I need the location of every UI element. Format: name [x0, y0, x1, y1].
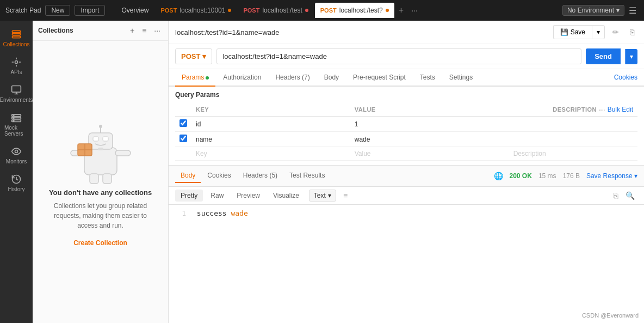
- main-area: Collections APIs Environments Mock Serve…: [0, 21, 644, 323]
- format-filter-button[interactable]: ≡: [340, 190, 350, 202]
- row-1-desc[interactable]: [509, 117, 637, 132]
- env-selector[interactable]: No Environment ▾: [562, 5, 624, 16]
- sidebar-item-history[interactable]: History: [2, 170, 30, 196]
- save-label: Save: [571, 28, 585, 36]
- save-dropdown-button[interactable]: ▾: [592, 25, 605, 39]
- request-panel: localhost:/test?id=1&name=wade 💾 Save ▾ …: [169, 21, 644, 323]
- params-table: KEY VALUE DESCRIPTION ··· Bulk Edit: [175, 103, 637, 161]
- mock-servers-icon: [10, 112, 22, 124]
- search-response-button[interactable]: 🔍: [623, 190, 637, 202]
- tab-add-button[interactable]: +: [395, 5, 407, 15]
- row-3-value-placeholder[interactable]: Value: [350, 147, 509, 161]
- tab-method-post2: POST: [243, 7, 259, 14]
- save-button-group: 💾 Save ▾: [553, 25, 605, 39]
- params-dot: [206, 76, 209, 80]
- bulk-edit-button[interactable]: Bulk Edit: [608, 106, 633, 113]
- empty-title: You don't have any collections: [49, 188, 152, 197]
- fmt-tab-pretty[interactable]: Pretty: [175, 190, 203, 202]
- sidebar-item-collections[interactable]: Collections: [2, 25, 30, 51]
- url-input[interactable]: [216, 48, 581, 64]
- tab-overview[interactable]: Overview: [116, 7, 154, 14]
- edit-button[interactable]: ✏: [609, 26, 622, 39]
- svg-point-17: [99, 125, 102, 128]
- url-display-bar: localhost:/test?id=1&name=wade 💾 Save ▾ …: [169, 21, 644, 44]
- params-section: Query Params KEY VALUE DESCRIPTION: [169, 87, 644, 165]
- row-2-desc[interactable]: [509, 132, 637, 147]
- format-select[interactable]: Text ▾: [309, 190, 336, 202]
- send-dropdown-button[interactable]: ▾: [625, 49, 637, 64]
- params-section-title: Query Params: [175, 91, 637, 99]
- sidebar-mock-label: Mock Servers: [4, 125, 28, 137]
- env-chevron: ▾: [616, 7, 620, 14]
- sidebar: Collections APIs Environments Mock Serve…: [0, 21, 33, 323]
- send-button[interactable]: Send: [586, 48, 621, 64]
- panel-title: Collections: [38, 27, 125, 34]
- format-icons: ⎘ 🔍: [611, 190, 637, 202]
- copy-response-button[interactable]: ⎘: [611, 190, 621, 202]
- filter-button[interactable]: ≡: [140, 25, 148, 36]
- sidebar-toggle-button[interactable]: ☰: [629, 5, 636, 16]
- response-tabs: Body Cookies Headers (5) Test Results: [175, 169, 330, 183]
- req-tab-headers[interactable]: Headers (7): [269, 69, 316, 87]
- filter-lines-icon: ≡: [343, 191, 348, 200]
- row-2-checkbox[interactable]: [179, 135, 187, 142]
- tab-post-test[interactable]: POST localhost:/test: [238, 3, 313, 18]
- resp-tab-headers[interactable]: Headers (5): [238, 169, 283, 183]
- response-time: 15 ms: [538, 172, 556, 180]
- monitors-icon: [10, 145, 22, 157]
- tab-dot-active: [386, 9, 389, 12]
- row-3-desc-placeholder[interactable]: Description: [509, 147, 637, 161]
- row-2-key[interactable]: name: [191, 132, 350, 147]
- copy-button[interactable]: ⎘: [627, 26, 637, 39]
- format-bar: Pretty Raw Preview Visualize Text ▾ ≡ ⎘ …: [169, 187, 644, 205]
- svg-rect-25: [103, 174, 112, 184]
- req-tab-body[interactable]: Body: [318, 69, 345, 87]
- tab-post-test-query[interactable]: POST localhost:/test?: [315, 3, 394, 18]
- resp-tab-test-results[interactable]: Test Results: [284, 169, 330, 183]
- tab-more-button[interactable]: ···: [408, 6, 421, 15]
- req-tab-settings[interactable]: Settings: [443, 69, 479, 87]
- tab-dot-orange: [228, 9, 231, 12]
- sidebar-monitors-label: Monitors: [6, 159, 27, 164]
- save-response-button[interactable]: Save Response ▾: [586, 172, 637, 180]
- row-1-key[interactable]: id: [191, 117, 350, 132]
- import-button[interactable]: Import: [75, 5, 105, 16]
- svg-point-8: [13, 115, 14, 116]
- row-1-checkbox[interactable]: [179, 119, 187, 127]
- row-2-value[interactable]: wade: [350, 132, 509, 147]
- method-url-bar: POST ▾ Send ▾: [169, 44, 644, 69]
- fmt-tab-visualize[interactable]: Visualize: [268, 190, 305, 202]
- sidebar-item-mock-servers[interactable]: Mock Servers: [2, 108, 30, 140]
- cookies-link[interactable]: Cookies: [614, 74, 637, 81]
- sidebar-item-environments[interactable]: Environments: [2, 81, 30, 106]
- row-1-value[interactable]: 1: [350, 117, 509, 132]
- resp-tab-cookies[interactable]: Cookies: [202, 169, 236, 183]
- method-select[interactable]: POST ▾: [175, 48, 212, 64]
- tab-post-10001[interactable]: POST localhost:10001: [155, 3, 237, 18]
- svg-rect-14: [93, 137, 98, 141]
- resp-tab-body[interactable]: Body: [175, 169, 201, 183]
- panel-more-button[interactable]: ···: [152, 25, 163, 36]
- sidebar-item-monitors[interactable]: Monitors: [2, 142, 30, 168]
- table-row: id 1: [175, 117, 637, 132]
- row-3-key-placeholder[interactable]: Key: [191, 147, 350, 161]
- fmt-tab-raw[interactable]: Raw: [205, 190, 229, 202]
- req-tab-authorization[interactable]: Authorization: [216, 69, 268, 87]
- sidebar-item-apis[interactable]: APIs: [2, 53, 30, 78]
- line-number-1: 1: [175, 209, 186, 217]
- req-tab-pre-request[interactable]: Pre-request Script: [346, 69, 412, 87]
- add-collection-button[interactable]: +: [128, 25, 137, 36]
- create-collection-link[interactable]: Create Collection: [73, 239, 127, 247]
- app-title: Scratch Pad: [5, 7, 41, 14]
- response-size: 176 B: [563, 172, 580, 180]
- save-main-button[interactable]: 💾 Save: [553, 25, 592, 39]
- svg-rect-20: [115, 150, 131, 156]
- apis-icon: [10, 56, 22, 68]
- new-button[interactable]: New: [45, 5, 70, 16]
- tab-label-test: localhost:/test: [262, 7, 302, 14]
- req-tab-params[interactable]: Params: [175, 69, 215, 87]
- save-response-chevron: ▾: [634, 172, 637, 180]
- req-tab-tests[interactable]: Tests: [413, 69, 442, 87]
- more-options-button[interactable]: ···: [599, 105, 605, 114]
- fmt-tab-preview[interactable]: Preview: [231, 190, 265, 202]
